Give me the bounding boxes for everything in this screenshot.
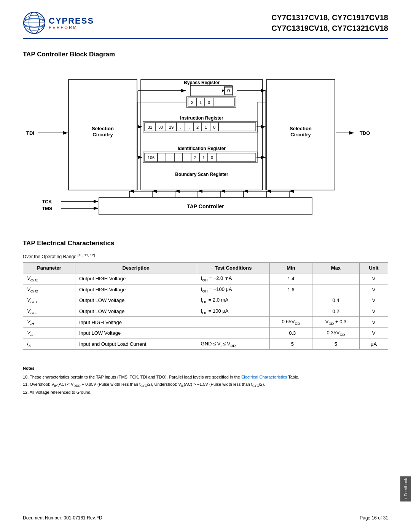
svg-text:1: 1 bbox=[202, 155, 205, 160]
svg-rect-46 bbox=[186, 97, 236, 107]
svg-text:29: 29 bbox=[169, 125, 174, 129]
boundary-scan-label: Boundary Scan Register bbox=[175, 172, 228, 177]
table-row: VOH2Output HIGH VoltageIOH = −100 μA1.6V bbox=[23, 284, 388, 295]
svg-marker-88 bbox=[138, 126, 140, 128]
svg-rect-27 bbox=[218, 123, 256, 131]
logo-text: CYPRESS PERFORM bbox=[49, 16, 94, 30]
svg-text:1: 1 bbox=[205, 125, 207, 129]
instruction-register-label: Instruction Register bbox=[180, 115, 223, 121]
block-diagram-svg: 0 Instruction Register 31 30 29 . . 2 bbox=[23, 64, 388, 224]
svg-text:.: . bbox=[178, 155, 179, 160]
note-item: 11. Overshoot: VIH(AC) < VDDO + 0.85V (P… bbox=[23, 381, 388, 389]
logo-perform-text: PERFORM bbox=[49, 25, 78, 30]
svg-text:31: 31 bbox=[148, 125, 152, 129]
svg-text:.: . bbox=[169, 155, 170, 160]
svg-text:Circuitry: Circuitry bbox=[290, 132, 311, 137]
table-row: VIHInput HIGH Voltage0.65VDDVDD + 0.3V bbox=[23, 317, 388, 328]
svg-text:106: 106 bbox=[148, 155, 155, 160]
page: CYPRESS PERFORM CY7C1317CV18, CY7C1917CV… bbox=[0, 0, 411, 532]
selection-circuitry-left: Selection bbox=[92, 126, 114, 131]
electrical-section: TAP Electrical Characteristics Over the … bbox=[23, 240, 388, 350]
bypass-register-label: Bypass Register bbox=[184, 80, 220, 85]
svg-text:.: . bbox=[188, 125, 190, 129]
diagram-container: 0 Instruction Register 31 30 29 . . 2 bbox=[23, 64, 388, 224]
table-row: VILInput LOW Voltage−0.30.35VDDV bbox=[23, 328, 388, 339]
notes-section: Notes 10. These characteristics pertain … bbox=[23, 365, 388, 396]
col-description: Description bbox=[75, 263, 197, 273]
svg-text:.: . bbox=[161, 155, 162, 160]
selection-circuitry-right: Selection bbox=[290, 126, 312, 131]
table-row: VOL2Output LOW VoltageIOL = 100 μA0.2V bbox=[23, 306, 388, 317]
logo-globe-icon bbox=[23, 11, 46, 34]
doc-number: Document Number: 001-07161 Rev. *D bbox=[23, 515, 102, 521]
feedback-button[interactable]: + Feedback bbox=[400, 476, 411, 502]
svg-text:.: . bbox=[186, 155, 187, 160]
svg-text:2: 2 bbox=[194, 155, 196, 160]
tdo-label: TDO bbox=[360, 130, 370, 136]
svg-text:0: 0 bbox=[213, 125, 215, 129]
block-diagram-section: TAP Controller Block Diagram 0 Instructi… bbox=[23, 51, 388, 224]
title-line-2: CY7C1319CV18, CY7C1321CV18 bbox=[271, 23, 388, 34]
svg-text:0: 0 bbox=[208, 100, 210, 105]
table-row: VOH1Output HIGH VoltageIOH = −2.0 mA1.4V bbox=[23, 273, 388, 284]
svg-text:0: 0 bbox=[228, 88, 230, 93]
electrical-title: TAP Electrical Characteristics bbox=[23, 240, 388, 247]
header: CYPRESS PERFORM CY7C1317CV18, CY7C1917CV… bbox=[23, 11, 388, 39]
svg-text:Circuitry: Circuitry bbox=[92, 132, 113, 137]
logo-cypress-text: CYPRESS bbox=[49, 16, 94, 26]
svg-text:2: 2 bbox=[191, 100, 193, 105]
note-item: 12. All Voltage referenced to Ground. bbox=[23, 389, 388, 396]
col-min: Min bbox=[270, 263, 312, 273]
svg-text:.: . bbox=[180, 125, 181, 129]
table-row: VOL1Output LOW VoltageIOL = 2.0 mA0.4V bbox=[23, 295, 388, 306]
tck-label: TCK bbox=[42, 199, 52, 204]
identification-register-label: Identification Register bbox=[178, 146, 226, 151]
svg-rect-53 bbox=[213, 98, 234, 106]
svg-text:2: 2 bbox=[196, 125, 199, 129]
tdi-label: TDI bbox=[26, 130, 34, 136]
notes-title: Notes bbox=[23, 365, 388, 372]
svg-text:0: 0 bbox=[211, 155, 213, 160]
svg-rect-8 bbox=[190, 85, 232, 96]
logo-area: CYPRESS PERFORM bbox=[23, 11, 94, 34]
title-line-1: CY7C1317CV18, CY7C1917CV18 bbox=[271, 12, 388, 23]
svg-marker-90 bbox=[222, 89, 225, 92]
table-row: IXInput and Output Load CurrentGND ≤ VI … bbox=[23, 339, 388, 350]
note-item: 10. These characteristics pertain to the… bbox=[23, 374, 388, 381]
col-max: Max bbox=[312, 263, 359, 273]
block-diagram-title: TAP Controller Block Diagram bbox=[23, 51, 388, 58]
electrical-table: Parameter Description Test Conditions Mi… bbox=[23, 262, 388, 350]
col-parameter: Parameter bbox=[23, 263, 75, 273]
table-header-row: Parameter Description Test Conditions Mi… bbox=[23, 263, 388, 273]
svg-marker-89 bbox=[138, 156, 140, 158]
header-title: CY7C1317CV18, CY7C1917CV18 CY7C1319CV18,… bbox=[271, 12, 388, 34]
svg-text:30: 30 bbox=[158, 125, 163, 129]
tap-controller-label: TAP Controller bbox=[187, 203, 224, 209]
page-number: Page 16 of 31 bbox=[360, 515, 388, 521]
svg-rect-45 bbox=[216, 153, 256, 161]
col-unit: Unit bbox=[360, 263, 388, 273]
table-subtitle: Over the Operating Range [10, 11, 12] bbox=[23, 253, 388, 259]
svg-text:1: 1 bbox=[199, 100, 202, 105]
svg-rect-28 bbox=[143, 152, 257, 163]
tms-label: TMS bbox=[42, 206, 53, 211]
col-test-conditions: Test Conditions bbox=[197, 263, 270, 273]
footer: Document Number: 001-07161 Rev. *D Page … bbox=[23, 515, 388, 521]
